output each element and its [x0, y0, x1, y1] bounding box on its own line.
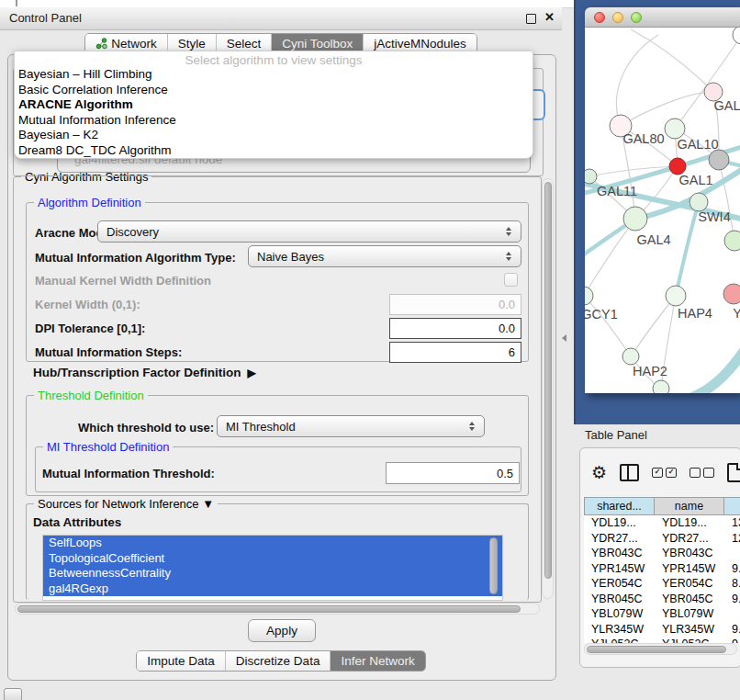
dropdown-items: Bayesian – Hill ClimbingBasic Correlatio…: [15, 67, 533, 158]
dpi-tolerance-field[interactable]: [389, 318, 521, 339]
attribute-betweennesscentrality[interactable]: BetweennessCentrality: [43, 566, 502, 581]
kernel-width-field[interactable]: [389, 294, 521, 315]
table-row[interactable]: YJL052CYJL052C9.: [584, 637, 740, 643]
settings-hscroll-thumb[interactable]: [17, 605, 521, 613]
aracne-mode-combobox[interactable]: Discovery: [97, 220, 521, 243]
combo-stepper-icon: [500, 252, 517, 261]
table-horizontal-scrollbar[interactable]: [584, 643, 737, 655]
table-row[interactable]: YBR043CYBR043C: [584, 546, 740, 561]
minimized-panel-button[interactable]: [4, 688, 22, 700]
node-label-gal4: GAL4: [636, 232, 670, 247]
network-edge: [616, 35, 658, 126]
network-node[interactable]: [733, 28, 740, 44]
settings-horizontal-scrollbar[interactable]: [15, 603, 540, 615]
zoom-traffic-light-icon[interactable]: [631, 12, 642, 23]
apply-button[interactable]: Apply: [248, 619, 316, 642]
attribute-gal4rgexp[interactable]: gal4RGexp: [43, 581, 502, 597]
network-node-y[interactable]: [723, 284, 740, 304]
table-cell: 9.: [724, 637, 740, 643]
table-cell: 9.: [724, 561, 740, 577]
dropdown-placeholder: Select algorithm to view settings: [15, 51, 533, 67]
table-panel: ⚙✓✓ shared...nameAYDL19...YDL19...13YDR2…: [579, 447, 740, 668]
table-cell: YLR345W: [584, 622, 655, 638]
algorithm-option-mutual-information-inference[interactable]: Mutual Information Inference: [15, 113, 533, 129]
network-node[interactable]: [709, 150, 729, 170]
network-edge: [675, 35, 740, 129]
network-node-gal11[interactable]: [585, 169, 597, 184]
node-label-gcy1: GCY1: [585, 307, 618, 322]
algorithm-option-dream8-dc-tdc-algorithm[interactable]: Dream8 DC_TDC Algorithm: [15, 143, 533, 159]
table-cell: YBR045C: [655, 592, 724, 607]
network-node-gcy1[interactable]: [585, 287, 593, 305]
table-row[interactable]: YBR045CYBR045C9.: [584, 592, 740, 607]
table-row[interactable]: YDL19...YDL19...13: [584, 515, 740, 531]
tab-infer-network[interactable]: Infer Network: [330, 651, 424, 671]
table-row[interactable]: YER054CYER054C8.: [584, 576, 740, 592]
hide-columns-icon[interactable]: [690, 468, 714, 478]
algorithm-option-bayesian-k2[interactable]: Bayesian – K2: [15, 128, 533, 143]
network-canvas[interactable]: GALGAL80GAL10GAL1SWI4GAL11GAL4GCY1HAP4YH…: [585, 28, 740, 393]
attribute-selfloops[interactable]: SelfLoops: [43, 536, 502, 551]
mi-threshold-label: Mutual Information Threshold:: [42, 467, 215, 480]
tab-impute-data[interactable]: Impute Data: [137, 651, 225, 671]
splitter-collapse-icon[interactable]: [562, 334, 566, 342]
mi-threshold-legend: MI Threshold Definition: [43, 440, 173, 454]
table-cell: 12: [724, 531, 740, 547]
close-window-icon[interactable]: ✕: [544, 10, 555, 24]
network-window-titlebar[interactable]: [585, 7, 740, 28]
algorithm-option-aracne-algorithm[interactable]: ARACNE Algorithm: [15, 97, 533, 113]
network-edge: [631, 296, 676, 356]
column-header-a[interactable]: A: [724, 497, 740, 515]
table-row[interactable]: YPR145WYPR145W9.: [584, 561, 740, 577]
table-cell: YDR27...: [584, 531, 655, 547]
mi-type-combobox[interactable]: Naive Bayes: [248, 245, 521, 267]
table-cell: YER054C: [584, 576, 655, 592]
network-node-gal4[interactable]: [623, 207, 647, 231]
network-edge: [719, 160, 734, 241]
float-window-button[interactable]: [526, 14, 536, 24]
attribute-topologicalcoefficient[interactable]: TopologicalCoefficient: [43, 551, 502, 567]
table-toolbar: ⚙✓✓: [591, 463, 740, 482]
network-node[interactable]: [724, 231, 740, 251]
expander-expanded-icon[interactable]: ▼: [202, 497, 214, 511]
column-header-shared[interactable]: shared...: [584, 497, 655, 515]
hub-definition-expander[interactable]: Hub/Transcription Factor Definition ▶: [33, 366, 256, 379]
which-threshold-combobox[interactable]: MI Threshold: [217, 415, 485, 437]
algorithm-option-bayesian-hill-climbing[interactable]: Bayesian – Hill Climbing: [15, 67, 533, 83]
table-row[interactable]: YLR345WYLR345W9.: [584, 622, 740, 638]
network-node-hap2[interactable]: [622, 348, 639, 365]
attributes-scroll-thumb[interactable]: [489, 537, 498, 594]
mi-steps-field[interactable]: [389, 342, 521, 363]
minimize-traffic-light-icon[interactable]: [612, 12, 623, 23]
tab-discretize-data[interactable]: Discretize Data: [225, 651, 331, 671]
show-columns-icon[interactable]: ✓✓: [652, 468, 677, 478]
network-node-swi4[interactable]: [690, 193, 708, 211]
network-node-gal10[interactable]: [665, 119, 685, 139]
show-columns-icon-box: ✓: [666, 468, 677, 478]
table-hscroll-thumb[interactable]: [587, 646, 726, 653]
settings-vertical-scrollbar[interactable]: [542, 178, 554, 599]
table-row[interactable]: YBL079WYBL079W: [584, 606, 740, 622]
network-node-hap4[interactable]: [666, 286, 686, 306]
settings-vscroll-thumb[interactable]: [544, 182, 552, 579]
network-edge: [631, 29, 713, 92]
show-columns-icon-box: ✓: [652, 468, 663, 478]
gear-icon[interactable]: ⚙: [591, 464, 607, 481]
tab-label-jactivemnodules: jActiveMNodules: [374, 37, 466, 51]
network-node[interactable]: [653, 380, 669, 393]
node-label-swi4: SWI4: [698, 209, 730, 224]
table-cell: YLR345W: [655, 622, 724, 638]
manual-kernel-checkbox[interactable]: [504, 273, 518, 287]
close-traffic-light-icon[interactable]: [594, 12, 605, 23]
mi-threshold-field[interactable]: [386, 462, 520, 484]
column-header-name[interactable]: name: [655, 497, 724, 515]
algorithm-option-basic-correlation-inference[interactable]: Basic Correlation Inference: [15, 83, 533, 98]
table-cell: YDL19...: [584, 515, 655, 531]
threshold-definition-legend: Threshold Definition: [34, 389, 148, 402]
split-columns-icon[interactable]: [620, 464, 639, 481]
table-cell: YJL052C: [655, 637, 724, 643]
attributes-scrollbar[interactable]: [488, 536, 499, 597]
table-row[interactable]: YDR27...YDR27...12: [584, 531, 740, 547]
combo-stepper-icon: [500, 227, 517, 236]
new-table-icon[interactable]: [727, 463, 740, 482]
